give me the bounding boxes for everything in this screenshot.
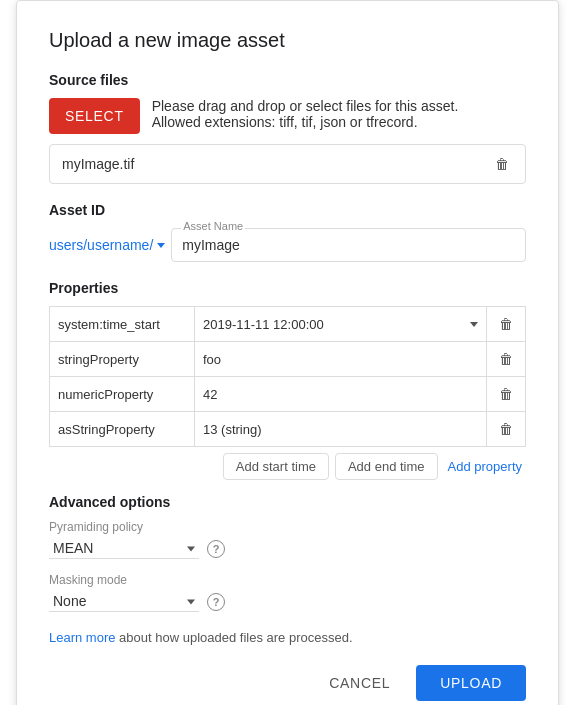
hint-line1: Please drag and drop or select files for… — [152, 98, 459, 114]
prop-value-input-1[interactable] — [203, 352, 478, 367]
prop-delete-button-3[interactable] — [495, 418, 517, 440]
advanced-section: Advanced options Pyramiding policy MEAN … — [49, 494, 526, 612]
trash-icon-0 — [499, 315, 513, 333]
prop-dropdown-arrow-0[interactable] — [470, 322, 478, 327]
prop-value-cell-2 — [195, 377, 487, 412]
prop-delete-3 — [487, 412, 526, 447]
add-start-time-button[interactable]: Add start time — [223, 453, 329, 480]
table-row: numericProperty — [50, 377, 526, 412]
prop-key-0: system:time_start — [50, 307, 195, 342]
select-row: SELECT Please drag and drop or select fi… — [49, 98, 526, 134]
select-button[interactable]: SELECT — [49, 98, 140, 134]
hint-line2: Allowed extensions: tiff, tif, json or t… — [152, 114, 459, 130]
trash-icon-2 — [499, 385, 513, 403]
pyramiding-label: Pyramiding policy — [49, 520, 526, 534]
trash-icon-1 — [499, 350, 513, 368]
file-row: myImage.tif — [49, 144, 526, 184]
asset-id-title: Asset ID — [49, 202, 526, 218]
cancel-button[interactable]: CANCEL — [313, 665, 406, 701]
prop-delete-2 — [487, 377, 526, 412]
table-row: system:time_start — [50, 307, 526, 342]
table-row: asStringProperty — [50, 412, 526, 447]
asset-name-label: Asset Name — [181, 220, 245, 232]
prop-value-cell-0 — [195, 307, 487, 342]
trash-icon-3 — [499, 420, 513, 438]
advanced-title: Advanced options — [49, 494, 526, 510]
properties-section: Properties system:time_start — [49, 280, 526, 480]
asset-name-input[interactable] — [171, 228, 526, 262]
asset-path-text: users/username/ — [49, 237, 153, 253]
asset-id-row: users/username/ Asset Name — [49, 228, 526, 262]
prop-actions: Add start time Add end time Add property — [49, 453, 526, 480]
prop-value-cell-3 — [195, 412, 487, 447]
prop-delete-button-2[interactable] — [495, 383, 517, 405]
add-property-button[interactable]: Add property — [444, 453, 526, 480]
dialog-footer: CANCEL UPLOAD — [49, 665, 526, 701]
select-hint: Please drag and drop or select files for… — [152, 98, 459, 130]
asset-id-section: Asset ID users/username/ Asset Name — [49, 202, 526, 262]
masking-help-icon[interactable]: ? — [207, 593, 225, 611]
add-end-time-button[interactable]: Add end time — [335, 453, 438, 480]
source-files-section: Source files SELECT Please drag and drop… — [49, 72, 526, 184]
upload-button[interactable]: UPLOAD — [416, 665, 526, 701]
prop-value-input-0[interactable] — [203, 317, 466, 332]
prop-delete-0 — [487, 307, 526, 342]
learn-more-rest: about how uploaded files are processed. — [115, 630, 352, 645]
trash-icon — [495, 155, 509, 173]
prop-value-cell-1 — [195, 342, 487, 377]
prop-value-input-2[interactable] — [203, 387, 478, 402]
dialog-title: Upload a new image asset — [49, 29, 526, 52]
pyramiding-row: MEAN MODE MIN MAX SAMPLE ? — [49, 538, 526, 559]
prop-delete-1 — [487, 342, 526, 377]
pyramiding-select[interactable]: MEAN MODE MIN MAX SAMPLE — [49, 538, 199, 559]
learn-more-link[interactable]: Learn more — [49, 630, 115, 645]
masking-option: Masking mode None MASK NOMASK ? — [49, 573, 526, 612]
file-name: myImage.tif — [62, 156, 134, 172]
upload-dialog: Upload a new image asset Source files SE… — [16, 0, 559, 705]
properties-table: system:time_start stringPropert — [49, 306, 526, 447]
delete-file-button[interactable] — [491, 153, 513, 175]
prop-key-1: stringProperty — [50, 342, 195, 377]
learn-more-section: Learn more about how uploaded files are … — [49, 630, 526, 645]
source-files-title: Source files — [49, 72, 526, 88]
pyramiding-select-wrapper: MEAN MODE MIN MAX SAMPLE — [49, 538, 199, 559]
prop-delete-button-1[interactable] — [495, 348, 517, 370]
asset-path-dropdown-icon[interactable] — [157, 243, 165, 248]
properties-title: Properties — [49, 280, 526, 296]
masking-row: None MASK NOMASK ? — [49, 591, 526, 612]
prop-key-3: asStringProperty — [50, 412, 195, 447]
masking-label: Masking mode — [49, 573, 526, 587]
masking-select[interactable]: None MASK NOMASK — [49, 591, 199, 612]
prop-key-2: numericProperty — [50, 377, 195, 412]
asset-path[interactable]: users/username/ — [49, 237, 165, 253]
prop-value-input-3[interactable] — [203, 422, 478, 437]
masking-select-wrapper: None MASK NOMASK — [49, 591, 199, 612]
table-row: stringProperty — [50, 342, 526, 377]
pyramiding-help-icon[interactable]: ? — [207, 540, 225, 558]
asset-name-field-wrap: Asset Name — [171, 228, 526, 262]
pyramiding-option: Pyramiding policy MEAN MODE MIN MAX SAMP… — [49, 520, 526, 559]
prop-delete-button-0[interactable] — [495, 313, 517, 335]
